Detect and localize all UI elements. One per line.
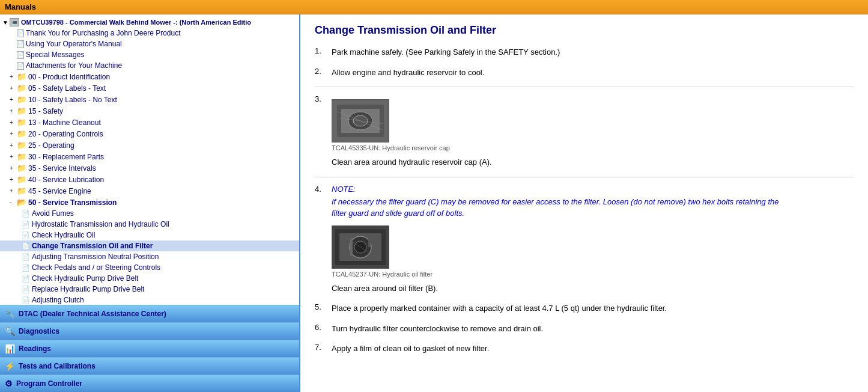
tree-label-adjusting-neutral: Adjusting Transmission Neutral Position: [32, 253, 159, 261]
doc-icon-thank-you: 📄: [17, 29, 24, 37]
nav-label-diagnostics: Diagnostics: [19, 327, 59, 335]
tree-item-00-product[interactable]: + 📁 00 - Product Identification: [0, 71, 299, 82]
tree-item-25-operating[interactable]: + 📁 25 - Operating: [0, 139, 299, 151]
tree-label-adjusting-clutch: Adjusting Clutch: [32, 296, 84, 304]
toggle-00[interactable]: +: [10, 73, 17, 80]
computer-icon: 💻: [10, 18, 19, 26]
toggle-30[interactable]: +: [10, 153, 17, 160]
doc-icon-using: 📄: [17, 40, 24, 48]
folder-icon-50: 📂: [17, 198, 26, 207]
toggle-40[interactable]: +: [10, 176, 17, 183]
step-3-content: TCAL45335-UN: Hydraulic reservoir cap Cl…: [332, 94, 492, 168]
folder-icon-10: 📁: [17, 95, 26, 104]
tree-item-change-transmission[interactable]: 📄 Change Transmission Oil and Filter: [0, 240, 299, 251]
tree-item-20-operating[interactable]: + 📁 20 - Operating Controls: [0, 128, 299, 139]
tree-item-thank-you[interactable]: 📄 Thank You for Purchasing a John Deere …: [0, 28, 299, 38]
hydraulic-cap-svg: [332, 100, 389, 142]
doc-icon-change: 📄: [22, 242, 30, 250]
tree-item-special-messages[interactable]: 📄 Special Messages: [0, 49, 299, 60]
tree-item-10-safety[interactable]: + 📁 10 - Safety Labels - No Text: [0, 94, 299, 105]
step-text-1: Park machine safely. (See Parking Safely…: [332, 46, 560, 58]
tree-label-40: 40 - Service Lubrication: [28, 176, 104, 184]
tree-item-check-hydraulic[interactable]: 📄 Check Hydraulic Oil: [0, 230, 299, 240]
tree-item-13-cleanout[interactable]: + 📁 13 - Machine Cleanout: [0, 117, 299, 128]
content-step-1: 1. Park machine safely. (See Parking Saf…: [315, 46, 854, 58]
image-caption-1: TCAL45335-UN: Hydraulic reservoir cap: [332, 144, 492, 152]
nav-label-program: Program Controller: [16, 379, 82, 388]
svg-rect-13: [368, 235, 371, 247]
tree-item-adjusting-neutral[interactable]: 📄 Adjusting Transmission Neutral Positio…: [0, 251, 299, 262]
step-num-2: 2.: [315, 67, 332, 76]
step-num-1: 1.: [315, 46, 332, 55]
tree-label-00-product: 00 - Product Identification: [28, 73, 110, 81]
tree-item-50-transmission[interactable]: - 📂 50 - Service Transmission: [0, 197, 299, 208]
doc-icon-adj-neutral: 📄: [22, 253, 30, 261]
step-text-4: Clean area around oil filter (B).: [332, 284, 438, 293]
tree-item-05-safety-text[interactable]: + 📁 05 - Safety Labels - Text: [0, 82, 299, 94]
tree-label-using-manual: Using Your Operator's Manual: [26, 40, 122, 48]
step-text-5: Place a properly marked container with a…: [332, 302, 667, 314]
tree-item-15-safety[interactable]: + 📁 15 - Safety: [0, 105, 299, 117]
nav-label-tests: Tests and Calibrations: [19, 362, 96, 370]
nav-item-dtac[interactable]: 🔧 DTAC (Dealer Technical Assistance Cent…: [0, 305, 299, 322]
image-block-2: TCAL45237-UN: Hydraulic oil filter: [332, 225, 782, 278]
toggle-45[interactable]: +: [10, 188, 17, 194]
doc-icon-hydrostatic: 📄: [22, 221, 30, 228]
tree-item-30-parts[interactable]: + 📁 30 - Replacement Parts: [0, 151, 299, 162]
tests-icon: ⚡: [5, 361, 15, 371]
toggle-50[interactable]: -: [10, 199, 17, 206]
main-layout: ▼ 💻 OMTCU39798 - Commercial Walk Behind …: [0, 14, 868, 392]
folder-icon-25: 📁: [17, 141, 26, 150]
toggle-20[interactable]: +: [10, 130, 17, 137]
tree-item-40-lubrication[interactable]: + 📁 40 - Service Lubrication: [0, 174, 299, 185]
tree-label-change-transmission: Change Transmission Oil and Filter: [32, 242, 153, 250]
content-step-6: 6. Turn hydraulic filter counterclockwis…: [315, 323, 854, 335]
tree-root-item[interactable]: ▼ 💻 OMTCU39798 - Commercial Walk Behind …: [0, 17, 299, 28]
tree-label-check-hydraulic: Check Hydraulic Oil: [32, 231, 95, 239]
toggle-15[interactable]: +: [10, 108, 17, 114]
note-text: If necessary the filter guard (C) may be…: [332, 196, 782, 219]
doc-icon-avoid: 📄: [22, 210, 30, 218]
folder-icon-45: 📁: [17, 186, 26, 195]
tree-item-using-manual[interactable]: 📄 Using Your Operator's Manual: [0, 38, 299, 49]
content-step-2: 2. Allow engine and hydraulic reservoir …: [315, 67, 854, 79]
note-label: NOTE:: [332, 185, 782, 194]
tree-container[interactable]: ▼ 💻 OMTCU39798 - Commercial Walk Behind …: [0, 14, 299, 305]
tree-item-avoid-fumes[interactable]: 📄 Avoid Fumes: [0, 208, 299, 219]
doc-icon-attachments: 📄: [17, 62, 24, 70]
folder-icon-00: 📁: [17, 72, 26, 81]
toggle-13[interactable]: +: [10, 119, 17, 126]
tree-item-adjusting-clutch[interactable]: 📄 Adjusting Clutch: [0, 295, 299, 305]
tree-item-check-pedals[interactable]: 📄 Check Pedals and / or Steering Control…: [0, 262, 299, 273]
toggle-05[interactable]: +: [10, 85, 17, 91]
tree-label-attachments: Attachments for Your Machine: [26, 61, 122, 70]
tree-item-35-intervals[interactable]: + 📁 35 - Service Intervals: [0, 162, 299, 174]
tree-item-hydrostatic[interactable]: 📄 Hydrostatic Transmission and Hydraulic…: [0, 219, 299, 230]
tree-label-10: 10 - Safety Labels - No Text: [28, 96, 117, 104]
toggle-25[interactable]: +: [10, 142, 17, 149]
image-caption-2: TCAL45237-UN: Hydraulic oil filter: [332, 271, 782, 278]
tree-item-check-pump-belt[interactable]: 📄 Check Hydraulic Pump Drive Belt: [0, 273, 299, 284]
toggle-35[interactable]: +: [10, 165, 17, 171]
doc-icon-replace-belt: 📄: [22, 286, 30, 293]
nav-item-tests[interactable]: ⚡ Tests and Calibrations: [0, 357, 299, 375]
tree-item-replace-pump-belt[interactable]: 📄 Replace Hydraulic Pump Drive Belt: [0, 284, 299, 295]
step-num-5: 5.: [315, 302, 332, 311]
svg-point-11: [354, 241, 366, 253]
tree-label-50: 50 - Service Transmission: [28, 198, 117, 207]
tree-item-attachments[interactable]: 📄 Attachments for Your Machine: [0, 60, 299, 71]
step-text-6: Turn hydraulic filter counterclockwise t…: [332, 323, 543, 335]
tree-label-avoid-fumes: Avoid Fumes: [32, 209, 74, 218]
doc-icon-check-pedals: 📄: [22, 264, 30, 272]
toggle-10[interactable]: +: [10, 96, 17, 103]
tree-item-45-engine[interactable]: + 📁 45 - Service Engine: [0, 185, 299, 197]
nav-item-diagnostics[interactable]: 🔍 Diagnostics: [0, 322, 299, 340]
folder-icon-30: 📁: [17, 152, 26, 161]
top-bar: Manuals: [0, 0, 868, 14]
tree-label-30: 30 - Replacement Parts: [28, 153, 104, 161]
tree-label-45: 45 - Service Engine: [28, 187, 91, 195]
step-num-4: 4.: [315, 185, 332, 194]
root-toggle[interactable]: ▼: [2, 19, 10, 26]
nav-item-readings[interactable]: 📊 Readings: [0, 340, 299, 357]
nav-item-program[interactable]: ⚙ Program Controller: [0, 375, 299, 392]
